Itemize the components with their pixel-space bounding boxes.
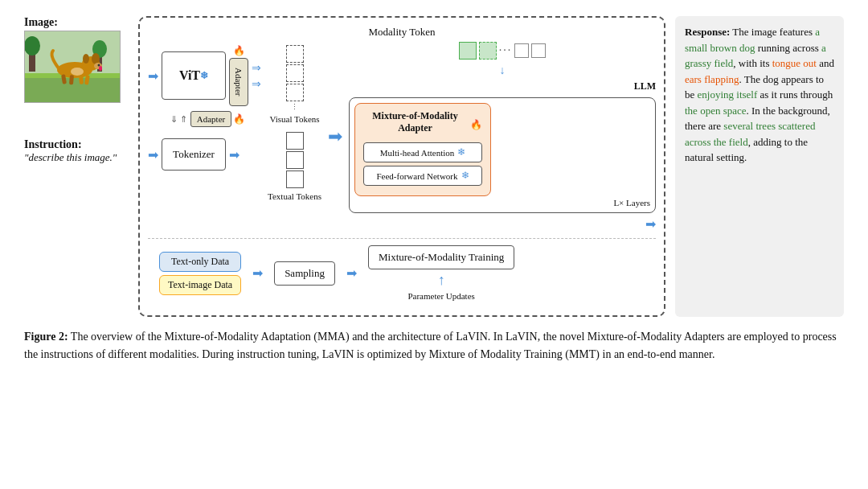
caption-text: The overview of the Mixture-of-Modality …	[24, 331, 837, 360]
image-label: Image:	[24, 16, 129, 29]
adapter-vertical: Adapter	[229, 58, 248, 106]
response-ears-flapping: ears flapping	[685, 73, 739, 85]
response-panel: Response: The image features a small bro…	[675, 16, 844, 317]
dog-image	[24, 31, 121, 103]
instruction-label: Instruction:	[24, 138, 129, 151]
text-only-box: Text-only Data	[159, 252, 241, 272]
response-text-3: , with its	[733, 57, 772, 69]
training-section: Text-only Data Text-image Data ➡ Samplin…	[148, 238, 656, 307]
data-to-sampling-arrow: ➡	[252, 265, 263, 281]
modality-token-green-1	[459, 42, 477, 60]
svg-rect-16	[79, 75, 84, 84]
dots: ···	[499, 44, 513, 57]
mma-block: Mixture-of-Modality Adapter 🔥 Multi-head…	[354, 103, 491, 196]
textual-tokens-label: Textual Tokens	[268, 191, 321, 201]
svg-point-9	[92, 53, 100, 64]
sampling-to-mmt-arrow: ➡	[346, 265, 357, 281]
main-diagram: Modality Token ➡ ViT ❄ 🔥	[138, 16, 665, 317]
response-open-space: the open space	[685, 105, 747, 117]
textual-token-1	[286, 132, 304, 150]
response-text-4: and	[817, 57, 834, 69]
visual-token-1	[286, 45, 304, 63]
sampling-box: Sampling	[274, 261, 335, 286]
multi-head-block: Multi-head Attention ❄	[363, 142, 482, 162]
svg-point-12	[98, 64, 100, 67]
snowflake-icon-3: ❄	[461, 170, 469, 182]
svg-point-18	[71, 68, 84, 76]
tokens-to-mma-arrow: ➡	[328, 126, 342, 147]
modality-token-green-2	[479, 42, 497, 60]
response-enjoying: enjoying itself	[698, 88, 758, 101]
text-image-box: Text-image Data	[159, 275, 241, 295]
param-update-label: Parameter Updates	[407, 291, 474, 301]
visual-tokens-dots: ⋮	[291, 103, 298, 111]
instruction-to-tokenizer-arrow: ➡	[148, 147, 158, 162]
response-text-1: The image features	[732, 26, 815, 38]
svg-point-13	[99, 66, 102, 71]
dashed-arrow-2: ⇒	[252, 77, 261, 91]
response-tongue-out: tongue out	[772, 57, 817, 69]
svg-rect-15	[69, 75, 74, 84]
l-layers-label: L× Layers	[354, 198, 650, 208]
visual-tokens-label: Visual Tokens	[269, 114, 319, 124]
snowflake-icon-2: ❄	[457, 146, 465, 158]
figure-caption: Figure 2: The overview of the Mixture-of…	[24, 328, 844, 364]
instruction-text: "describe this image."	[24, 151, 129, 164]
response-label: Response:	[685, 26, 730, 38]
mmt-box: Mixture-of-Modality Training	[368, 245, 514, 269]
ffn-block: Feed-forward Network ❄	[363, 166, 482, 186]
visual-token-2	[286, 64, 304, 82]
llm-label: LLM	[349, 80, 656, 92]
mma-output-arrow: ➡	[645, 216, 656, 232]
svg-point-10	[83, 54, 89, 64]
tokenizer-output-arrow: ➡	[229, 147, 240, 162]
modality-token-gray-2	[531, 43, 546, 58]
fire-icon-3: 🔥	[470, 119, 482, 131]
param-update-arrow: ↑	[438, 272, 445, 289]
data-labels: Text-only Data Text-image Data	[159, 252, 241, 295]
tokenizer-box: Tokenizer	[162, 138, 226, 171]
fire-icon-1: 🔥	[233, 45, 245, 57]
textual-token-3	[286, 171, 304, 188]
dashed-arrow-1: ⇒	[252, 61, 261, 75]
fire-icon-2: 🔥	[233, 113, 245, 125]
textual-token-2	[286, 151, 304, 169]
adapter-small-box: Adapter	[190, 111, 231, 127]
mma-title: Mixture-of-Modality Adapter	[363, 110, 467, 134]
visual-token-3	[286, 84, 304, 101]
figure-number: Figure 2:	[24, 331, 68, 343]
response-text-6: as it runs through	[757, 88, 833, 101]
modality-token-label: Modality Token	[148, 26, 656, 39]
image-to-vit-arrow: ➡	[148, 68, 158, 84]
modality-token-gray-1	[514, 43, 529, 58]
response-text-2: running across	[755, 42, 821, 54]
snowflake-icon: ❄	[200, 70, 208, 82]
vit-box: ViT ❄	[162, 51, 226, 100]
